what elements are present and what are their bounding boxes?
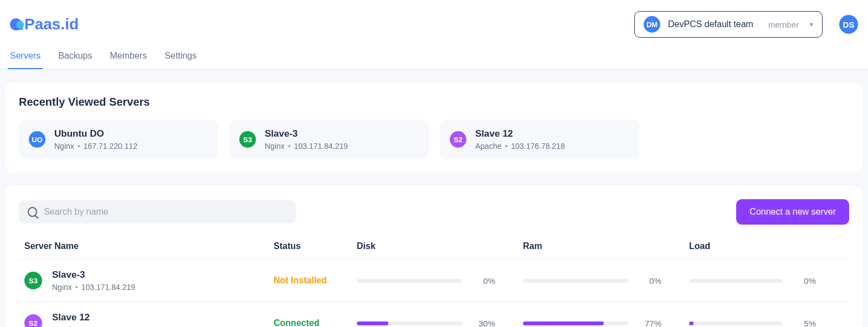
server-avatar: S2	[450, 131, 466, 148]
server-avatar: S2	[24, 314, 42, 327]
progress-bar	[523, 279, 628, 283]
progress-bar	[689, 321, 783, 325]
col-ram: Ram	[523, 241, 689, 251]
progress-bar	[523, 321, 628, 325]
server-avatar: UO	[29, 131, 45, 148]
col-status: Status	[274, 241, 357, 251]
metric: 30%	[357, 319, 523, 328]
tab-members[interactable]: Members	[110, 51, 147, 69]
status-label: Connected	[274, 318, 357, 327]
team-role: member	[768, 20, 799, 29]
recent-server-card[interactable]: UO Ubuntu DO Nginx•167.71.220.112	[19, 120, 218, 159]
col-load: Load	[689, 241, 844, 251]
servers-panel: Connect a new server Server Name Status …	[6, 186, 862, 327]
metric-value: 5%	[794, 319, 816, 328]
progress-bar	[357, 279, 462, 283]
server-name: Slave 12	[475, 128, 565, 139]
recent-server-card[interactable]: S3 Slave-3 Nginx•103.171.84.219	[229, 120, 429, 159]
chevron-down-icon: ▾	[810, 20, 813, 28]
logo-text: Paas.id	[24, 15, 79, 33]
server-name: Slave 12	[52, 312, 142, 323]
server-sub: Nginx•167.71.220.112	[54, 142, 137, 150]
search-wrap[interactable]	[19, 200, 296, 224]
cloud-icon	[9, 17, 23, 31]
search-input[interactable]	[44, 207, 287, 217]
metric: 0%	[523, 276, 689, 286]
progress-bar	[689, 279, 783, 283]
logo[interactable]: Paas.id	[10, 15, 79, 33]
nav-tabs: Servers Backups Members Settings	[0, 38, 868, 69]
table-row[interactable]: S3 Slave-3 Nginx•103.171.84.219 Not Inst…	[19, 259, 849, 302]
table-header: Server Name Status Disk Ram Load	[19, 237, 849, 259]
table-row[interactable]: S2 Slave 12 Apache•103.176.78.218 Connec…	[19, 302, 849, 327]
server-sub: Nginx•103.171.84.219	[52, 283, 135, 292]
metric-value: 77%	[639, 319, 661, 328]
recent-panel: Recently Viewed Servers UO Ubuntu DO Ngi…	[6, 82, 862, 173]
server-name: Ubuntu DO	[54, 128, 137, 139]
connect-server-button[interactable]: Connect a new server	[736, 199, 849, 225]
server-name: Slave-3	[52, 269, 135, 281]
team-name: DevPCS default team	[668, 19, 761, 29]
tab-servers[interactable]: Servers	[10, 51, 40, 69]
tab-settings[interactable]: Settings	[165, 51, 197, 69]
metric: 0%	[689, 276, 844, 286]
metric-value: 0%	[473, 276, 495, 286]
metric: 5%	[689, 319, 844, 328]
status-label: Not Installed	[274, 276, 357, 286]
progress-bar	[357, 321, 462, 325]
metric-value: 0%	[794, 276, 816, 286]
metric-value: 0%	[639, 276, 661, 286]
team-avatar: DM	[644, 16, 660, 33]
metric: 77%	[523, 319, 689, 328]
recent-server-card[interactable]: S2 Slave 12 Apache•103.176.78.218	[440, 120, 639, 159]
metric-value: 30%	[473, 319, 495, 328]
server-avatar: S3	[239, 131, 256, 148]
server-sub: Nginx•103.171.84.219	[265, 142, 348, 150]
col-name: Server Name	[24, 241, 274, 251]
server-sub: Apache•103.176.78.218	[475, 142, 565, 150]
metric: 0%	[357, 276, 523, 286]
col-disk: Disk	[357, 241, 523, 251]
tab-backups[interactable]: Backups	[58, 51, 92, 69]
team-selector[interactable]: DM DevPCS default team member ▾	[634, 11, 823, 38]
recent-title: Recently Viewed Servers	[19, 96, 849, 108]
user-avatar[interactable]: DS	[839, 15, 858, 34]
search-icon	[28, 207, 37, 217]
server-name: Slave-3	[265, 128, 348, 139]
server-avatar: S3	[24, 272, 42, 289]
